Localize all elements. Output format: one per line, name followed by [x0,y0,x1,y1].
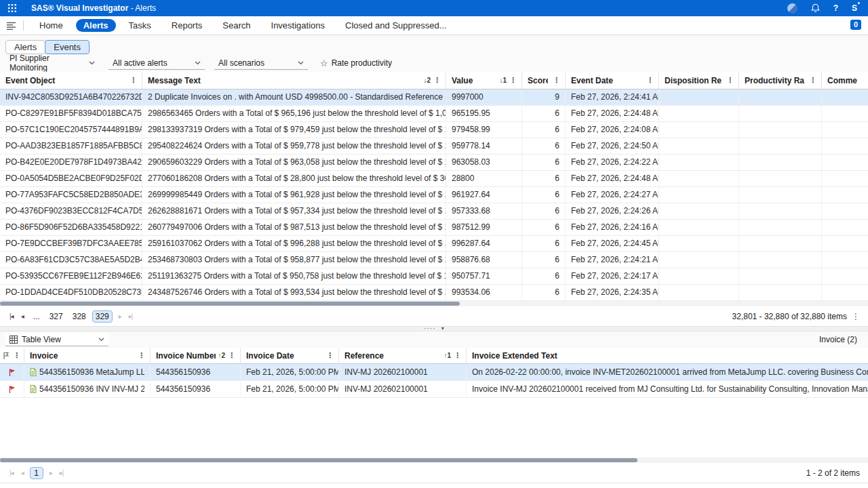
panel-splitter[interactable]: ···· ▾ [0,326,868,331]
nav-item[interactable]: Reports [164,19,210,32]
sas-logo-icon[interactable] [787,3,797,14]
column-menu-icon[interactable]: ⋮ [137,351,146,360]
previous-page-button[interactable]: ◂ [20,468,25,478]
event-object-cell[interactable]: PO-6A83F61CD3C57C38AE5A5D2B4F [0,252,142,268]
event-row[interactable]: PO-7E9DCCBEF39B7DFC3AAEE785FB 2591610370… [0,236,868,252]
nav-item[interactable]: Tasks [121,19,159,32]
splitter-collapse-icon[interactable]: ▾ [441,327,444,330]
first-page-button[interactable]: |◂ [8,311,15,321]
column-header[interactable]: Invoice ⋮ [24,348,151,363]
column-menu-icon[interactable]: ⋮ [129,76,138,85]
column-menu-icon[interactable]: ⋮ [726,76,734,85]
event-row[interactable]: PO-4376DF9023B3ECC812F4CA7D53 2626288816… [0,203,868,220]
column-header[interactable]: Score ⋮ [522,72,566,89]
rate-productivity-button[interactable]: ☆ Rate productivity [320,58,392,68]
event-object-cell[interactable]: PO-7E9DCCBEF39B7DFC3AAEE785FB [0,236,142,251]
nav-item[interactable]: Search [215,19,258,32]
event-object-cell[interactable]: PO-B42E0E20DE7978F1D4973BA42D [0,155,142,170]
event-object-cell[interactable]: PO-4376DF9023B3ECC812F4CA7D53 [0,203,142,219]
tab[interactable]: Events [45,40,90,54]
column-menu-icon[interactable]: ⋮ [646,76,654,85]
column-header[interactable]: Reference ↑1 ⋮ [339,348,467,363]
scenario-filter-select[interactable]: All scenarios [214,57,308,70]
invoice-row[interactable]: 544356150936 INV INV-MJ 2... 54435615093… [0,381,868,398]
user-avatar[interactable]: S [852,3,860,13]
next-page-button[interactable]: ▸ [117,311,123,321]
last-page-button[interactable]: ▸| [127,311,134,321]
column-menu-icon[interactable]: ⋮ [227,351,236,360]
column-menu-icon[interactable]: ⋮ [326,351,334,360]
page-button[interactable]: 329 [92,310,113,323]
event-row[interactable]: PO-57C1C190EC2045757444891B9A 2981339373… [0,122,868,138]
column-menu-icon[interactable]: ⋮ [552,76,561,85]
flag-cell[interactable] [0,364,24,380]
menu-icon[interactable] [7,22,16,30]
previous-page-button[interactable]: ◂ [20,311,25,321]
scrollbar-thumb[interactable] [0,302,460,306]
alert-filter-select[interactable]: All active alerts [108,57,205,70]
column-header[interactable]: Event Object ⋮ [0,72,142,89]
notification-count-badge[interactable]: 0 [850,20,861,30]
productivity-rating-cell [739,106,822,121]
invoice-name-cell[interactable]: 544356150936 INV INV-MJ 2... [24,381,151,397]
column-menu-icon[interactable]: ⋮ [509,76,517,85]
page-button[interactable]: ... [30,310,43,323]
column-header[interactable]: Message Text ↓2 ⋮ [142,72,446,89]
event-object-cell[interactable]: PO-1DDAD4CE4DF510DB20528C73EF [0,285,142,300]
event-object-cell[interactable]: PO-86F5D906F52D6BA335458D9221 [0,220,142,235]
event-object-cell[interactable]: PO-77A953FAFC5C58ED2B850ADE35 [0,187,142,203]
table-view-select[interactable]: Table View [5,333,108,346]
nav-item[interactable]: Investigations [264,19,333,32]
app-launcher-icon[interactable] [8,4,16,12]
event-object-cell[interactable]: PO-53935CC67FEB9E112F2B946E62 [0,268,142,284]
column-header[interactable]: Disposition Reason ⋮ [659,72,739,89]
invoice-name-cell[interactable]: 544356150936 MetaJump LL... [24,364,151,380]
event-row[interactable]: PO-AAD3B23EB1857F1885AFBB5C82 2954082246… [0,138,868,155]
first-page-button[interactable]: |◂ [8,468,15,478]
column-header[interactable]: Event Date ⋮ [566,72,659,89]
event-object-cell[interactable]: PO-57C1C190EC2045757444891B9A [0,122,142,138]
pager-menu-icon[interactable]: ⋮ [852,312,860,321]
event-row[interactable]: PO-77A953FAFC5C58ED2B850ADE35 2699999854… [0,187,868,203]
event-object-cell[interactable]: INV-942C8053D9251A6B470226732D [0,89,142,105]
event-object-cell[interactable]: PO-C8297E91BF5F8394D018BCA755 [0,106,142,121]
entity-tab-invoice[interactable]: Invoice (2) [819,335,857,344]
event-object-cell[interactable]: PO-0A5054D5BE2ACBE0F9D25F02DB [0,171,142,186]
invoice-row[interactable]: 544356150936 MetaJump LL... 544356150936… [0,364,868,381]
page-button[interactable]: 1 [30,467,43,479]
scrollbar-thumb[interactable] [0,458,637,462]
event-row[interactable]: PO-1DDAD4CE4DF510DB20528C73EF 2434875267… [0,285,868,301]
notifications-bell-icon[interactable] [811,3,820,13]
column-menu-icon[interactable]: ⋮ [433,76,441,85]
event-row[interactable]: PO-86F5D906F52D6BA335458D9221 2607794970… [0,220,868,236]
column-header[interactable]: Comme [822,72,868,89]
column-header[interactable]: Value ↓1 ⋮ [446,72,522,89]
column-menu-icon[interactable]: ⋮ [12,351,21,360]
column-menu-icon[interactable]: ⋮ [453,351,462,360]
flag-column-header[interactable]: ⋮ [0,348,24,363]
column-header[interactable]: Invoice Date ⋮ [241,348,339,363]
column-header[interactable]: Invoice Extended Text [467,348,868,363]
flag-cell[interactable] [0,381,24,397]
nav-item[interactable]: Closed and Suppressed... [338,19,454,32]
event-row[interactable]: INV-942C8053D9251A6B470226732D 2 Duplica… [0,89,868,106]
event-row[interactable]: PO-0A5054D5BE2ACBE0F9D25F02DB 2770601862… [0,171,868,187]
nav-item[interactable]: Alerts [76,19,116,32]
column-menu-icon[interactable]: ⋮ [808,76,817,85]
comments-cell [822,236,868,251]
event-row[interactable]: PO-C8297E91BF5F8394D018BCA755 2986563465… [0,106,868,122]
view-select[interactable]: PI Supplier Monitoring [5,52,99,75]
next-page-button[interactable]: ▸ [48,468,54,478]
help-icon[interactable]: ? [833,3,838,13]
nav-item[interactable]: Home [32,19,71,32]
page-button[interactable]: 327 [46,310,66,323]
page-button[interactable]: 328 [69,310,90,323]
event-object-cell[interactable]: PO-AAD3B23EB1857F1885AFBB5C82 [0,138,142,154]
productivity-rating-cell [739,236,822,251]
column-header[interactable]: Productivity Rating ⋮ [739,72,822,89]
column-header[interactable]: Invoice Number ↑2 ⋮ [151,348,241,363]
event-row[interactable]: PO-6A83F61CD3C57C38AE5A5D2B4F 2534687308… [0,252,868,268]
last-page-button[interactable]: ▸| [58,468,65,478]
event-row[interactable]: PO-53935CC67FEB9E112F2B946E62 2511913632… [0,268,868,285]
event-row[interactable]: PO-B42E0E20DE7978F1D4973BA42D 2906596032… [0,155,868,171]
